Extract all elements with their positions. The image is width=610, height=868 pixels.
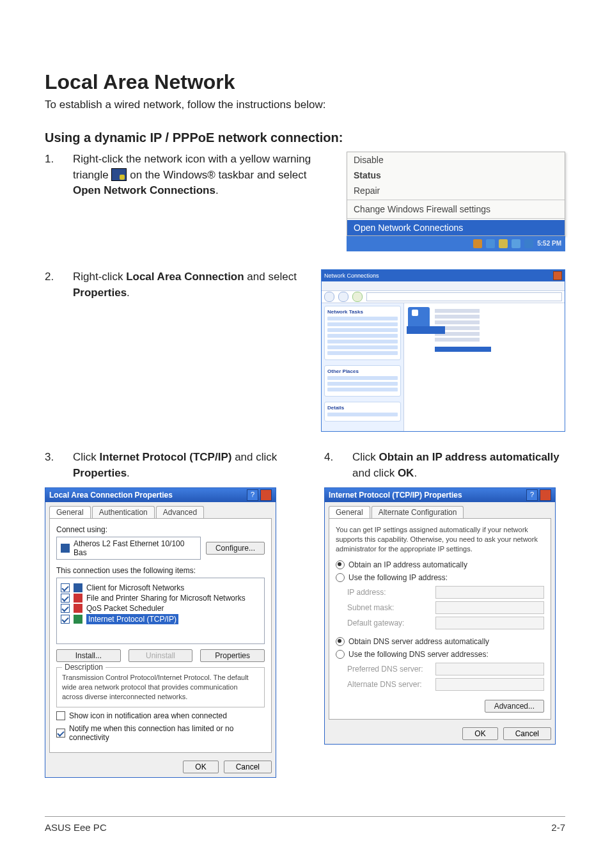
tab-advanced: Advanced xyxy=(156,506,204,518)
configure-button: Configure... xyxy=(206,542,265,555)
footer-right: 2-7 xyxy=(551,822,565,833)
field-label: Default gateway: xyxy=(347,619,430,627)
text-bold: Obtain an IP address automatically xyxy=(379,451,559,463)
step-number: 4. xyxy=(324,450,337,481)
menu-item-status: Status xyxy=(347,168,565,183)
step-number: 1. xyxy=(45,152,58,199)
checkbox-icon xyxy=(56,711,65,720)
adapter-field: Atheros L2 Fast Ethernet 10/100 Bas xyxy=(56,537,201,560)
radio-label: Obtain DNS server address automatically xyxy=(348,637,489,646)
list-item: Client for Microsoft Networks xyxy=(86,583,184,592)
text: and click xyxy=(231,451,277,463)
field-label: IP address: xyxy=(347,588,430,597)
footer-left: ASUS Eee PC xyxy=(45,822,107,833)
up-icon xyxy=(352,292,363,302)
tray-icon xyxy=(524,239,533,248)
field-label: Subnet mask: xyxy=(347,603,430,612)
close-icon xyxy=(540,489,551,501)
help-icon: ? xyxy=(526,489,538,501)
tray-icon xyxy=(486,239,495,248)
uses-label: This connection uses the following items… xyxy=(56,566,265,575)
toolbar xyxy=(322,291,565,303)
back-icon xyxy=(324,292,334,302)
subnet-field xyxy=(435,601,544,614)
tray-icon xyxy=(499,239,508,248)
step-number: 3. xyxy=(45,450,58,481)
step-body: Click Internet Protocol (TCP/IP) and cli… xyxy=(73,450,286,481)
components-listbox: Client for Microsoft Networks File and P… xyxy=(56,578,265,644)
cancel-button: Cancel xyxy=(503,727,551,740)
menu-item-disable: Disable xyxy=(347,152,565,168)
lan-connection-icon xyxy=(408,307,430,329)
step-body: Click Obtain an IP address automatically… xyxy=(352,450,565,481)
properties-button: Properties xyxy=(200,649,265,662)
description-text: Transmission Control Protocol/Internet P… xyxy=(62,673,259,702)
tray-clock: 5:52 PM xyxy=(537,240,561,247)
list-item: File and Printer Sharing for Microsoft N… xyxy=(86,594,246,603)
ok-button: OK xyxy=(462,727,497,740)
text: and click xyxy=(352,467,398,479)
text: and select xyxy=(244,271,297,283)
forward-icon xyxy=(338,292,348,302)
list-item: QoS Packet Scheduler xyxy=(86,604,164,613)
text-bold: Local Area Connection xyxy=(126,271,244,283)
description-label: Description xyxy=(62,663,106,672)
tab-alternate: Alternate Configuration xyxy=(371,506,464,518)
taskbar-tray: 5:52 PM xyxy=(347,236,565,251)
pref-dns-field xyxy=(435,663,544,675)
gateway-field xyxy=(435,617,544,629)
side-panel-header: Network Tasks xyxy=(327,309,398,315)
ip-blurb: You can get IP settings assigned automat… xyxy=(336,525,544,554)
text-bold: Internet Protocol (TCP/IP) xyxy=(100,451,232,463)
ip-address-field xyxy=(435,586,544,599)
tab-general: General xyxy=(49,506,91,518)
checkbox-label: Notify me when this connection has limit… xyxy=(69,724,265,742)
ok-button: OK xyxy=(183,761,218,773)
alt-dns-field xyxy=(435,678,544,691)
tcpip-properties-dialog-figure: Internet Protocol (TCP/IP) Properties ? … xyxy=(324,487,556,745)
menubar xyxy=(322,281,565,291)
tab-authentication: Authentication xyxy=(92,506,155,518)
page-title: Local Area Network xyxy=(45,70,565,94)
text-bold: Properties xyxy=(73,287,127,299)
tab-general: General xyxy=(329,506,370,518)
page-subtitle: Using a dynamic IP / PPPoE network conne… xyxy=(45,130,565,145)
cancel-button: Cancel xyxy=(224,761,272,773)
dialog-title: Local Area Connection Properties xyxy=(49,491,173,500)
text: Right-click xyxy=(73,271,126,283)
radio-label: Obtain an IP address automatically xyxy=(348,560,467,569)
text: on the Windows® taskbar and select xyxy=(130,169,306,181)
network-tray-icon xyxy=(111,168,127,181)
page-intro: To establish a wired network, follow the… xyxy=(45,98,565,113)
text-bold: OK xyxy=(398,467,414,479)
connect-using-label: Connect using: xyxy=(56,525,265,534)
text: Click xyxy=(352,451,379,463)
step-body: Right-click the network icon with a yell… xyxy=(73,152,335,199)
text: . xyxy=(414,467,417,479)
dialog-title: Internet Protocol (TCP/IP) Properties xyxy=(329,491,462,500)
adapter-name: Atheros L2 Fast Ethernet 10/100 Bas xyxy=(74,539,196,557)
text: . xyxy=(127,467,130,479)
text: . xyxy=(215,184,219,196)
radio-icon xyxy=(336,573,345,582)
radio-icon xyxy=(336,650,345,659)
uninstall-button: Uninstall xyxy=(129,649,193,662)
advanced-button: Advanced... xyxy=(485,700,544,713)
lac-properties-dialog-figure: Local Area Connection Properties ? Gener… xyxy=(45,487,276,778)
side-panel-header: Other Places xyxy=(327,368,398,374)
explorer-window-figure: Network Connections Network Tasks Other … xyxy=(321,269,565,432)
menu-item-open-connections: Open Network Connections xyxy=(347,220,565,235)
close-icon xyxy=(553,271,562,280)
menu-item-firewall: Change Windows Firewall settings xyxy=(347,201,565,217)
help-icon: ? xyxy=(247,489,258,501)
address-bar xyxy=(366,292,562,301)
close-icon xyxy=(260,489,272,501)
radio-icon xyxy=(336,560,345,569)
text: . xyxy=(127,287,130,299)
context-menu-figure: Disable Status Repair Change Windows Fir… xyxy=(347,152,565,236)
tray-icon xyxy=(473,239,482,248)
text-bold: Open Network Connections xyxy=(73,184,215,196)
tray-icon xyxy=(512,239,520,248)
field-label: Alternate DNS server: xyxy=(347,680,430,689)
window-title: Network Connections xyxy=(324,272,379,279)
